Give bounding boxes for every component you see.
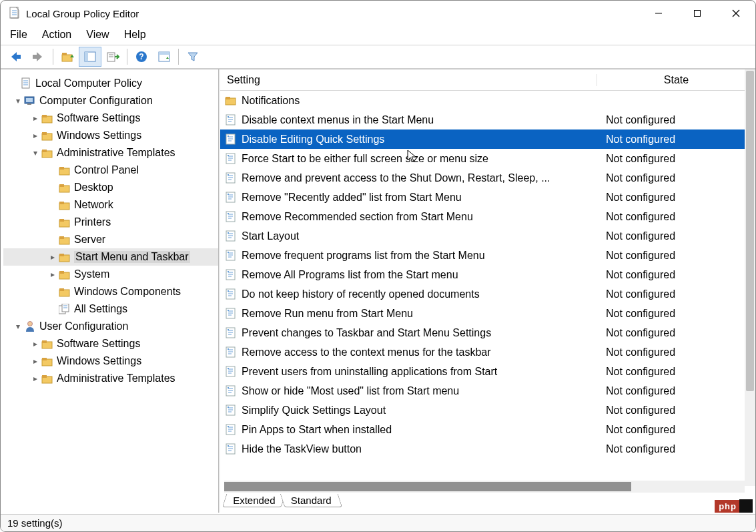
setting-state: Not configured [597, 424, 755, 436]
pc-icon [23, 95, 37, 106]
tree-expander-icon[interactable]: ▾ [30, 148, 41, 158]
svg-rect-20 [159, 52, 169, 55]
tab-standard[interactable]: Standard [280, 494, 342, 507]
filter-button[interactable] [181, 47, 204, 67]
tree-expander-icon[interactable]: ▸ [30, 339, 41, 348]
help-button[interactable]: ? [130, 47, 153, 67]
list-row[interactable]: Remove and prevent access to the Shut Do… [220, 168, 755, 188]
policy-icon [224, 346, 238, 358]
tree-item[interactable]: Server [3, 231, 218, 248]
setting-name: Remove access to the context menus for t… [242, 346, 597, 358]
forward-button[interactable] [27, 47, 50, 67]
svg-rect-147 [228, 426, 229, 427]
tree-expander-icon[interactable]: ▸ [47, 252, 58, 262]
tree-expander-icon[interactable]: ▸ [30, 374, 41, 383]
tree-item[interactable]: Windows Components [3, 283, 218, 300]
back-button[interactable] [5, 47, 27, 67]
list-row[interactable]: Disable context menus in the Start MenuN… [220, 110, 755, 129]
setting-name: Remove Run menu from Start Menu [242, 308, 597, 320]
list-row[interactable]: Remove frequent programs list from the S… [220, 246, 755, 265]
status-bar: 19 setting(s) [1, 514, 755, 531]
menu-file[interactable]: File [10, 29, 27, 41]
show-hide-tree-button[interactable] [79, 47, 101, 67]
list-row[interactable]: Remove access to the context menus for t… [220, 342, 755, 362]
list-row[interactable]: Simplify Quick Settings LayoutNot config… [220, 401, 755, 420]
column-setting[interactable]: Setting [220, 74, 597, 86]
setting-name: Disable Editing Quick Settings [242, 134, 597, 146]
svg-rect-33 [42, 150, 47, 152]
svg-rect-62 [226, 97, 230, 99]
main-content: Local Computer Policy▾Computer Configura… [1, 69, 755, 513]
tree-item[interactable]: ▸Windows Settings [3, 352, 218, 370]
setting-state: Not configured [597, 153, 755, 165]
tree-item[interactable]: ▸Windows Settings [3, 127, 218, 144]
policy-icon [224, 211, 238, 223]
up-folder-button[interactable] [56, 47, 79, 67]
tree-expander-icon[interactable]: ▸ [30, 113, 41, 123]
settings-list[interactable]: NotificationsDisable context menus in th… [220, 91, 755, 481]
tree-pane[interactable]: Local Computer Policy▾Computer Configura… [1, 69, 219, 513]
list-row[interactable]: Notifications [220, 91, 755, 110]
svg-rect-82 [228, 174, 229, 176]
tab-extended[interactable]: Extended [222, 494, 286, 507]
close-button[interactable] [717, 1, 755, 26]
svg-rect-127 [228, 348, 229, 350]
tree-item[interactable]: Desktop [3, 179, 218, 196]
toolbar-divider [53, 49, 53, 65]
policy-icon [224, 172, 238, 184]
svg-rect-60 [42, 375, 47, 378]
list-row[interactable]: Pin Apps to Start when installedNot conf… [220, 420, 755, 439]
tree-item[interactable]: ▾Computer Configuration [3, 92, 218, 109]
properties-button[interactable] [153, 47, 175, 67]
list-row[interactable]: Do not keep history of recently opened d… [220, 284, 755, 304]
horizontal-scrollbar[interactable] [224, 481, 745, 493]
svg-rect-107 [228, 271, 229, 272]
tree-item[interactable]: All Settings [3, 300, 218, 318]
tree-item-label: Software Settings [57, 112, 140, 124]
vertical-scrollbar[interactable] [745, 69, 755, 486]
folder-icon [58, 166, 71, 176]
setting-name: Do not keep history of recently opened d… [242, 288, 597, 300]
tree-item[interactable]: ▸System [3, 266, 218, 283]
tree-item[interactable]: ▸Administrative Templates [3, 370, 218, 387]
list-row[interactable]: Force Start to be either full screen siz… [220, 149, 755, 168]
list-row[interactable]: Disable Editing Quick SettingsNot config… [220, 129, 755, 149]
tree-expander-icon[interactable]: ▸ [47, 270, 58, 279]
tree-item[interactable]: ▾Administrative Templates [3, 144, 218, 162]
tree-item[interactable]: Network [3, 196, 218, 214]
minimize-button[interactable] [639, 1, 678, 26]
tree-item[interactable]: Printers [3, 214, 218, 231]
tree-expander-icon[interactable]: ▾ [13, 322, 23, 331]
list-row[interactable]: Start LayoutNot configured [220, 226, 755, 246]
tree-expander-icon[interactable]: ▸ [30, 356, 41, 366]
tree-expander-icon[interactable]: ▾ [13, 96, 23, 105]
maximize-button[interactable] [678, 1, 717, 26]
export-list-button[interactable] [101, 47, 124, 67]
tree-item[interactable]: ▸Start Menu and Taskbar [3, 248, 218, 266]
setting-name: Prevent users from uninstalling applicat… [242, 366, 597, 378]
tree-item[interactable]: ▸Software Settings [3, 335, 218, 352]
tree-item[interactable]: Control Panel [3, 162, 218, 179]
folder-icon [58, 218, 71, 228]
tree-item[interactable]: ▾User Configuration [3, 318, 218, 335]
list-row[interactable]: Prevent users from uninstalling applicat… [220, 362, 755, 381]
menu-help[interactable]: Help [124, 29, 146, 41]
list-row[interactable]: Show or hide "Most used" list from Start… [220, 381, 755, 401]
column-state[interactable]: State [597, 74, 755, 86]
menu-bar: File Action View Help [1, 26, 755, 45]
list-row[interactable]: Remove All Programs list from the Start … [220, 265, 755, 284]
menu-action[interactable]: Action [42, 29, 71, 41]
tree-expander-icon[interactable]: ▸ [30, 131, 41, 140]
watermark-badge: php [715, 500, 741, 513]
list-row[interactable]: Prevent changes to Taskbar and Start Men… [220, 323, 755, 342]
list-row[interactable]: Remove "Recently added" list from Start … [220, 188, 755, 207]
tree-item-label: System [74, 268, 109, 280]
tree-item[interactable]: Local Computer Policy [3, 75, 218, 92]
list-row[interactable]: Remove Recommended section from Start Me… [220, 207, 755, 226]
list-row[interactable]: Hide the TaskView buttonNot configured [220, 439, 755, 459]
svg-rect-27 [27, 103, 31, 105]
list-row[interactable]: Remove Run menu from Start MenuNot confi… [220, 304, 755, 323]
tree-item[interactable]: ▸Software Settings [3, 109, 218, 127]
setting-name: Simplify Quick Settings Layout [242, 405, 597, 417]
menu-view[interactable]: View [86, 29, 109, 41]
